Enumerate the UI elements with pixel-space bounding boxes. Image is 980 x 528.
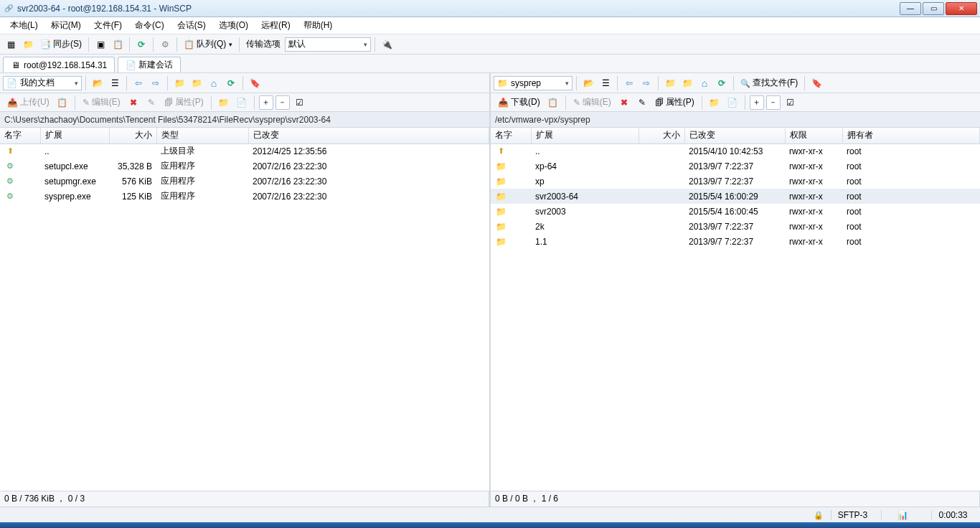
table-row[interactable]: 2k2013/9/7 7:22:37rwxr-xr-xroot (491, 219, 980, 234)
remote-file-list[interactable]: 名字扩展大小已改变权限拥有者 ..2015/4/10 10:42:53rwxr-… (491, 128, 980, 491)
local-panel: 我的文档 ☰ 🔖 📤 上传(U) 📋 ✎ 编辑(E) ✎ 🗐 属性(P) (0, 73, 491, 506)
new-folder-icon[interactable] (707, 95, 722, 110)
menu-item[interactable]: 本地(L) (4, 17, 44, 34)
select-icon[interactable]: ☑ (783, 95, 798, 110)
minus-button[interactable]: － (275, 95, 290, 110)
remote-panel: sysprep ☰ 查找文件(F) 🔖 📥 下载(D) 📋 ✎ 编辑(E) ✎ (491, 73, 980, 506)
root-folder-icon[interactable] (189, 75, 204, 91)
remote-path: /etc/vmware-vpx/sysprep (491, 112, 980, 128)
upload-more-icon[interactable]: 📋 (55, 95, 70, 110)
transfer-label: 传输选项 (243, 38, 283, 50)
home-icon[interactable] (697, 75, 712, 91)
new-session-tab[interactable]: 📄 新建会话 (118, 57, 181, 72)
column-header[interactable]: 大小 (639, 128, 684, 143)
filter-icon[interactable]: ☰ (598, 75, 613, 91)
refresh-remote-icon[interactable] (714, 75, 730, 91)
root-folder-icon[interactable] (679, 75, 695, 91)
download-more-icon[interactable]: 📋 (545, 95, 561, 110)
sync-button[interactable]: 📑同步(S) (37, 37, 85, 52)
menubar: 本地(L)标记(M)文件(F)命令(C)会话(S)选项(O)远程(R)帮助(H) (0, 17, 980, 34)
upload-button[interactable]: 📤 上传(U) (4, 95, 52, 110)
plus-button[interactable]: ＋ (750, 95, 764, 110)
column-header[interactable]: 权限 (785, 128, 842, 143)
column-header[interactable]: 名字 (491, 128, 531, 143)
column-header[interactable]: 拥有者 (842, 128, 980, 143)
menu-item[interactable]: 标记(M) (45, 17, 87, 34)
disconnect-icon[interactable]: 🔌 (379, 37, 395, 52)
column-header[interactable]: 已改变 (684, 128, 785, 143)
taskbar-edge (0, 522, 980, 528)
table-row[interactable]: 1.12013/9/7 7:22:37rwxr-xr-xroot (491, 234, 980, 249)
monitor-icon (11, 60, 21, 70)
column-header[interactable]: 大小 (109, 128, 156, 143)
table-row[interactable]: svr2003-642015/5/4 16:00:29rwxr-xr-xroot (491, 189, 980, 204)
plus-button[interactable]: ＋ (259, 95, 273, 110)
table-row[interactable]: ..上级目录2012/4/25 12:35:56 (0, 143, 489, 159)
table-row[interactable]: setupmgr.exe576 KiB应用程序2007/2/16 23:22:3… (0, 174, 489, 189)
settings-icon[interactable] (157, 37, 173, 52)
properties-button[interactable]: 🗐 属性(P) (161, 95, 207, 110)
local-action-toolbar: 📤 上传(U) 📋 ✎ 编辑(E) ✎ 🗐 属性(P) 📄 ＋ － ☑ (0, 93, 489, 112)
local-file-list[interactable]: 名字扩展大小类型已改变 ..上级目录2012/4/25 12:35:56setu… (0, 128, 489, 491)
back-icon[interactable] (621, 75, 637, 91)
table-row[interactable]: sysprep.exe125 KiB应用程序2007/2/16 23:22:30 (0, 189, 489, 204)
menu-item[interactable]: 帮助(H) (298, 17, 339, 34)
refresh-local-icon[interactable] (223, 75, 239, 91)
download-button[interactable]: 📥 下载(D) (495, 95, 543, 110)
bookmark-icon[interactable]: 🔖 (247, 75, 263, 91)
forward-icon[interactable] (148, 75, 164, 91)
parent-folder-icon[interactable] (662, 75, 678, 91)
tool-icon[interactable]: 📋 (110, 37, 126, 52)
table-row[interactable]: xp-642013/9/7 7:22:37rwxr-xr-xroot (491, 159, 980, 174)
local-folder-dropdown[interactable]: 我的文档 (3, 76, 82, 90)
edit-button[interactable]: ✎ 编辑(E) (80, 95, 123, 110)
delete-icon[interactable] (126, 95, 141, 110)
transfer-preset-dropdown[interactable]: 默认 (285, 37, 371, 52)
filter-icon[interactable]: ☰ (107, 75, 123, 91)
session-tab-active[interactable]: root@192.168.154.31 (3, 57, 115, 72)
new-folder-icon[interactable] (216, 95, 232, 110)
delete-icon[interactable] (616, 95, 632, 110)
table-row[interactable]: xp2013/9/7 7:22:37rwxr-xr-xroot (491, 174, 980, 189)
column-header[interactable]: 扩展 (40, 128, 109, 143)
refresh-icon[interactable] (133, 37, 149, 52)
open-folder-icon[interactable] (580, 75, 596, 91)
status-bar: SFTP-3 📊 0:00:33 (0, 506, 980, 522)
back-icon[interactable] (131, 75, 146, 91)
new-file-icon[interactable]: 📄 (725, 95, 740, 110)
menu-item[interactable]: 命令(C) (129, 17, 170, 34)
column-header[interactable]: 已改变 (248, 128, 489, 143)
minus-button[interactable]: － (766, 95, 781, 110)
menu-item[interactable]: 远程(R) (255, 17, 296, 34)
table-row[interactable]: ..2015/4/10 10:42:53rwxr-xr-xroot (491, 143, 980, 159)
new-file-icon[interactable]: 📄 (234, 95, 250, 110)
terminal-icon[interactable]: ▣ (93, 37, 108, 52)
remote-folder-dropdown[interactable]: sysprep (494, 76, 573, 90)
maximize-button[interactable]: ▭ (923, 2, 944, 15)
compare-icon[interactable]: ▦ (3, 37, 19, 52)
open-folder-icon[interactable] (90, 75, 105, 91)
menu-item[interactable]: 文件(F) (88, 17, 128, 34)
table-row[interactable]: setupcl.exe35,328 B应用程序2007/2/16 23:22:3… (0, 159, 489, 174)
menu-item[interactable]: 会话(S) (171, 17, 212, 34)
rename-icon[interactable]: ✎ (634, 95, 650, 110)
home-icon[interactable] (206, 75, 222, 91)
forward-icon[interactable] (639, 75, 654, 91)
minimize-button[interactable]: — (900, 2, 921, 15)
close-button[interactable]: ✕ (946, 2, 977, 15)
column-header[interactable]: 扩展 (531, 128, 639, 143)
edit-button[interactable]: ✎ 编辑(E) (570, 95, 614, 110)
properties-button[interactable]: 🗐 属性(P) (652, 95, 697, 110)
menu-item[interactable]: 选项(O) (213, 17, 254, 34)
queue-dropdown[interactable]: 📋队列(Q)▾ (181, 37, 235, 52)
rename-icon[interactable]: ✎ (143, 95, 159, 110)
column-header[interactable]: 名字 (0, 128, 40, 143)
folders-icon[interactable] (20, 37, 36, 52)
column-header[interactable]: 类型 (156, 128, 248, 143)
bookmark-icon[interactable]: 🔖 (809, 75, 824, 91)
new-session-icon: 📄 (126, 60, 136, 70)
find-files-button[interactable]: 查找文件(F) (738, 76, 801, 90)
select-icon[interactable]: ☑ (292, 95, 308, 110)
table-row[interactable]: svr20032015/5/4 16:00:45rwxr-xr-xroot (491, 204, 980, 219)
parent-folder-icon[interactable] (171, 75, 187, 91)
